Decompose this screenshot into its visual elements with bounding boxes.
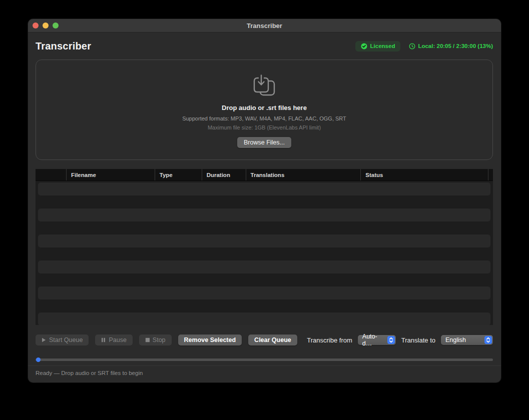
clock-icon [409,43,415,50]
transcribe-from-value: Auto-d… [362,333,384,347]
table-row [36,274,493,286]
window-title: Transcriber [28,22,501,30]
table-row [36,222,493,234]
start-queue-button[interactable]: Start Queue [36,334,89,346]
table-row [38,312,490,325]
drop-files-icon [253,74,276,96]
transcribe-from-select[interactable]: Auto-d… [358,335,396,345]
desktop: Transcriber Transcriber Licensed [0,0,529,420]
column-header-duration[interactable]: Duration [202,169,246,180]
app-window: Transcriber Transcriber Licensed [28,19,501,382]
app-header: Transcriber Licensed L [36,32,493,60]
clear-queue-button[interactable]: Clear Queue [248,334,297,346]
column-header-type[interactable]: Type [155,169,202,180]
table-row [38,208,490,222]
table-row [38,286,490,300]
language-controls: Transcribe from Auto-d… Translate to Eng… [307,335,493,345]
minimize-window-button[interactable] [43,22,49,28]
play-icon [42,338,46,342]
pause-icon [101,338,106,342]
main-content: Transcriber Licensed L [28,32,501,366]
chevron-up-down-icon [484,336,492,344]
column-header-status[interactable]: Status [360,169,488,180]
window-titlebar[interactable]: Transcriber [28,19,501,32]
close-window-button[interactable] [33,22,39,28]
table-row [36,196,493,208]
table-row [38,260,490,274]
translate-to-value: English [445,336,466,344]
pause-label: Pause [109,336,126,344]
browse-files-button[interactable]: Browse Files... [237,137,291,148]
pause-button[interactable]: Pause [95,334,132,346]
usage-indicator: Local: 20:05 / 2:30:00 (13%) [409,43,493,50]
column-header-gutter [488,169,493,180]
file-queue-table: Filename Type Duration Translations Stat… [36,169,493,325]
dropzone-title: Drop audio or .srt files here [222,104,307,112]
table-body [36,181,493,325]
table-row [36,248,493,260]
dropzone-formats: Supported formats: MP3, WAV, M4A, MP4, F… [182,116,346,122]
zoom-window-button[interactable] [53,22,59,28]
transcribe-from-label: Transcribe from [307,336,352,344]
start-queue-label: Start Queue [49,336,83,344]
traffic-lights [33,19,59,32]
dropzone-max-size: Maximum file size: 1GB (ElevenLabs API l… [208,124,321,130]
progress-track [36,358,493,361]
column-header-translations[interactable]: Translations [246,169,361,180]
license-check-icon [361,43,367,50]
usage-text: Local: 20:05 / 2:30:00 (13%) [418,43,493,49]
table-header: Filename Type Duration Translations Stat… [36,169,493,181]
stop-label: Stop [153,336,166,344]
translate-to-select[interactable]: English [441,335,493,345]
page-title: Transcriber [36,40,91,52]
queue-progress [36,358,493,362]
dropzone[interactable]: Drop audio or .srt files here Supported … [36,60,493,160]
status-bar: Ready — Drop audio or SRT files to begin [28,366,501,382]
column-header-filename[interactable]: Filename [66,169,155,180]
header-status-group: Licensed Local: 20:05 / 2:30:00 (13%) [355,41,493,52]
remove-selected-button[interactable]: Remove Selected [178,334,242,346]
translate-to-label: Translate to [401,336,435,344]
status-text: Ready — Drop audio or SRT files to begin [36,370,143,376]
queue-toolbar: Start Queue Pause Stop Remove Selected [36,334,493,346]
licensed-badge: Licensed [355,41,401,52]
column-header-row-indicator [36,169,66,180]
progress-indicator [36,358,41,362]
table-row [38,182,490,196]
chevron-up-down-icon [387,336,395,344]
table-row [38,234,490,248]
stop-icon [145,338,150,342]
table-row [36,300,493,312]
stop-button[interactable]: Stop [139,334,172,346]
licensed-label: Licensed [370,43,395,49]
